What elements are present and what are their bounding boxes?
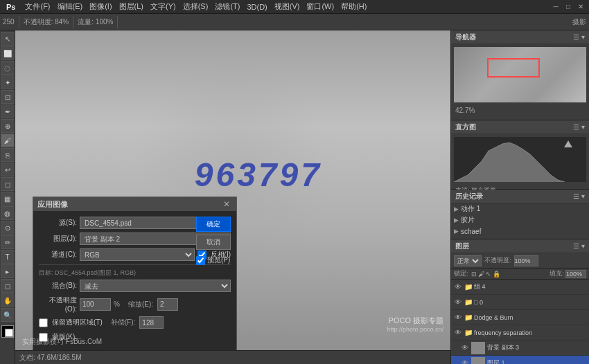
text-tool[interactable]: T xyxy=(1,250,15,264)
histogram-peak-indicator xyxy=(564,140,572,147)
dialog-title: 应用图像 xyxy=(37,199,221,210)
eraser-tool[interactable]: ◻ xyxy=(1,177,15,191)
dialog-preserve-checkbox[interactable] xyxy=(39,318,48,327)
layer-visibility-toggle[interactable]: 👁 xyxy=(460,343,470,353)
marquee-tool[interactable]: ⬜ xyxy=(1,46,15,60)
menu-3d[interactable]: 3D(D) xyxy=(243,3,270,11)
history-item[interactable]: ▶schaef xyxy=(451,226,589,237)
layer-visibility-toggle[interactable]: 👁 xyxy=(453,298,463,307)
layers-panel: 图层 ☰ ▾ 正常 不透明度: 锁定: ⊡ 🖌 ↖ 🔒 填充: xyxy=(451,239,589,364)
layer-thumbnail xyxy=(471,342,485,354)
layer-item[interactable]: 👁📁组 4 xyxy=(451,280,589,295)
history-collapse-icon[interactable]: ▾ xyxy=(581,192,585,200)
layers-title: 图层 xyxy=(455,242,469,251)
history-item[interactable]: ▶autoskin color1 xyxy=(451,237,589,239)
layer-visibility-toggle[interactable]: 👁 xyxy=(460,358,470,365)
layer-item[interactable]: 👁图层 1 xyxy=(451,356,589,364)
layer-item[interactable]: 👁📁Dodge & Burn xyxy=(451,310,589,325)
dialog-ok-button[interactable]: 确定 xyxy=(196,217,231,232)
layer-name: 背景 副本 3 xyxy=(487,343,587,352)
menu-help[interactable]: 帮助(H) xyxy=(337,1,370,12)
menu-text[interactable]: 文字(Y) xyxy=(147,1,179,12)
fill-input[interactable] xyxy=(565,270,586,278)
histogram-collapse-icon[interactable]: ▾ xyxy=(581,123,585,131)
menu-window[interactable]: 窗口(W) xyxy=(303,1,337,12)
menu-filter[interactable]: 滤镜(T) xyxy=(211,1,243,12)
dialog-opacity-label: 不透明度(O): xyxy=(39,295,77,313)
layer-item[interactable]: 👁📁□ 0 xyxy=(451,295,589,310)
heal-tool[interactable]: ⊕ xyxy=(1,119,15,133)
dialog-title-bar[interactable]: 应用图像 ✕ xyxy=(33,197,236,211)
clone-tool[interactable]: ⎘ xyxy=(1,148,15,162)
dialog-opacity-input[interactable] xyxy=(80,298,111,311)
navigator-menu-icon[interactable]: ☰ xyxy=(573,33,579,41)
maximize-button[interactable]: □ xyxy=(563,2,574,12)
canvas-area: DSC_4554.psd @ 42.7% (图层 1, RGB/8) * 963… xyxy=(15,30,450,364)
blend-mode-select[interactable]: 正常 xyxy=(454,255,482,266)
navigator-preview[interactable] xyxy=(454,47,586,102)
crop-tool[interactable]: ⊡ xyxy=(1,90,15,104)
navigator-collapse-icon[interactable]: ▾ xyxy=(581,33,585,41)
lock-paint-icon[interactable]: 🖌 xyxy=(478,271,484,277)
dialog-offset-input[interactable] xyxy=(139,316,164,329)
histogram-menu-icon[interactable]: ☰ xyxy=(573,123,579,131)
toolbar-label-1: 不透明度: 84% xyxy=(24,17,69,27)
foreground-color[interactable] xyxy=(1,325,14,338)
lock-move-icon[interactable]: ↖ xyxy=(486,271,491,277)
menu-view[interactable]: 视图(V) xyxy=(271,1,304,12)
menu-image[interactable]: 图像(I) xyxy=(86,1,115,12)
lock-all-icon[interactable]: 🔒 xyxy=(493,271,500,277)
move-tool[interactable]: ↖ xyxy=(1,32,15,46)
layer-visibility-toggle[interactable]: 👁 xyxy=(453,282,463,292)
navigator-zoom-display: 42.7% xyxy=(451,105,589,116)
minimize-button[interactable]: ─ xyxy=(550,2,561,12)
path-selection-tool[interactable]: ▸ xyxy=(1,264,15,278)
pen-tool[interactable]: ✏ xyxy=(1,235,15,249)
layers-collapse-icon[interactable]: ▾ xyxy=(581,242,585,250)
history-item[interactable]: ▶动作 1 xyxy=(451,203,589,215)
tools-panel: ↖ ⬜ ◌ ✦ ⊡ ✒ ⊕ 🖌 ⎘ ↩ ◻ ▦ ◍ ⊙ ✏ T ▸ ◻ ✋ 🔍 xyxy=(0,30,15,364)
dialog-offset-label: 补偿(F): xyxy=(111,318,136,327)
dialog-channel-select[interactable]: RGB xyxy=(80,248,195,261)
layer-name: frequency separation xyxy=(474,329,587,336)
hand-tool[interactable]: ✋ xyxy=(1,293,15,307)
close-button[interactable]: ✕ xyxy=(575,2,586,12)
history-item[interactable]: ▶胶片 xyxy=(451,215,589,226)
dialog-channel-label: 通道(C): xyxy=(39,250,77,260)
navigator-title: 导航器 xyxy=(455,33,476,42)
histogram-canvas xyxy=(454,137,586,182)
dialog-blend-select[interactable]: 减去 xyxy=(80,280,231,292)
lasso-tool[interactable]: ◌ xyxy=(1,61,15,75)
layers-header: 图层 ☰ ▾ xyxy=(451,239,589,253)
dialog-scale-input[interactable] xyxy=(157,298,178,311)
brush-tool[interactable]: 🖌 xyxy=(1,134,15,147)
menu-layer[interactable]: 图层(L) xyxy=(116,1,147,12)
background-color[interactable] xyxy=(5,329,13,337)
shape-tool[interactable]: ◻ xyxy=(1,279,15,293)
layer-visibility-toggle[interactable]: 👁 xyxy=(453,313,463,322)
dialog-preview-checkbox[interactable] xyxy=(196,256,205,265)
dodge-tool[interactable]: ⊙ xyxy=(1,221,15,235)
opacity-input[interactable] xyxy=(514,255,538,266)
dialog-cancel-button[interactable]: 取消 xyxy=(196,235,231,250)
right-panels: 导航器 ☰ ▾ 42.7% 直方图 ☰ ▾ xyxy=(450,30,589,364)
history-brush-tool[interactable]: ↩ xyxy=(1,163,15,176)
menu-edit[interactable]: 编辑(E) xyxy=(54,1,87,12)
eyedropper-tool[interactable]: ✒ xyxy=(1,104,15,118)
gradient-tool[interactable]: ▦ xyxy=(1,192,15,206)
layer-visibility-toggle[interactable]: 👁 xyxy=(453,328,463,338)
layer-item[interactable]: 👁背景 副本 3 xyxy=(451,340,589,356)
canvas-background: 963797 应用图像 ✕ 源(S): DSC_4554.psd xyxy=(15,30,450,350)
menu-select[interactable]: 选择(S) xyxy=(179,1,212,12)
dialog-close-button[interactable]: ✕ xyxy=(221,199,232,210)
magic-wand-tool[interactable]: ✦ xyxy=(1,75,15,89)
group-icon: 📁 xyxy=(464,298,473,306)
history-menu-icon[interactable]: ☰ xyxy=(573,192,579,200)
layers-menu-icon[interactable]: ☰ xyxy=(573,242,579,250)
zoom-tool[interactable]: 🔍 xyxy=(1,308,15,322)
menu-file[interactable]: 文件(F) xyxy=(21,1,53,12)
lock-transparent-icon[interactable]: ⊡ xyxy=(471,271,477,277)
layer-item[interactable]: 👁📁frequency separation xyxy=(451,325,589,340)
apply-image-dialog: 应用图像 ✕ 源(S): DSC_4554.psd 图层(J): xyxy=(33,197,237,350)
blur-tool[interactable]: ◍ xyxy=(1,206,15,220)
